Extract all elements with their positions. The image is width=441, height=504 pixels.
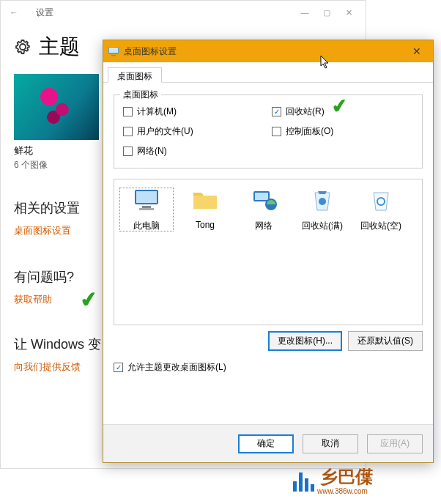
svg-rect-1 bbox=[109, 48, 118, 53]
recycle-bin-full-icon bbox=[308, 187, 337, 213]
watermark-url: www.386w.com bbox=[317, 487, 373, 495]
svg-rect-6 bbox=[139, 208, 154, 210]
checkbox-network[interactable]: 网络(N) bbox=[123, 145, 264, 158]
checkbox-label: 控制面板(O) bbox=[286, 125, 333, 138]
icon-item-recycle-empty[interactable]: 回收站(空) bbox=[353, 187, 409, 232]
maximize-button[interactable]: ▢ bbox=[316, 8, 338, 18]
settings-titlebar: ← 设置 — ▢ ✕ bbox=[1, 1, 366, 24]
svg-rect-5 bbox=[142, 206, 151, 208]
checkbox-label: 允许主题更改桌面图标(L) bbox=[127, 361, 226, 374]
icon-item-this-pc[interactable]: 此电脑 bbox=[119, 187, 174, 232]
dialog-tabbar: 桌面图标 bbox=[103, 62, 433, 83]
get-help-link[interactable]: 获取帮助 bbox=[14, 293, 52, 306]
checkbox-recycle-bin[interactable]: ✓ 回收站(R) ✔ bbox=[272, 105, 413, 118]
group-title: 桌面图标 bbox=[120, 89, 161, 101]
desktop-icon-settings-dialog: 桌面图标设置 ✕ 桌面图标 桌面图标 计算机(M) ✓ 回收站(R) ✔ bbox=[103, 40, 434, 463]
feedback-link[interactable]: 向我们提供反馈 bbox=[14, 360, 81, 374]
cancel-button[interactable]: 取消 bbox=[303, 434, 358, 453]
dialog-icon bbox=[108, 45, 119, 57]
apply-button[interactable]: 应用(A) bbox=[367, 434, 423, 453]
theme-thumbnail[interactable] bbox=[14, 74, 99, 140]
folder-icon bbox=[190, 187, 220, 213]
icon-label: 回收站(满) bbox=[294, 220, 350, 232]
checkbox-label: 回收站(R) bbox=[286, 105, 325, 118]
annotation-checkmark-icon: ✔ bbox=[79, 286, 99, 313]
recycle-bin-empty-icon bbox=[366, 187, 396, 213]
svg-rect-8 bbox=[255, 193, 268, 200]
icon-label: Tong bbox=[177, 220, 233, 230]
checkbox-computer[interactable]: 计算机(M) bbox=[123, 105, 264, 118]
annotation-checkmark-icon: ✔ bbox=[330, 94, 349, 119]
icon-label: 此电脑 bbox=[119, 220, 174, 232]
dialog-title: 桌面图标设置 bbox=[124, 45, 177, 58]
checkbox-box bbox=[272, 127, 281, 136]
desktop-icon-settings-link[interactable]: 桌面图标设置 bbox=[14, 224, 71, 237]
svg-rect-2 bbox=[111, 55, 116, 56]
checkbox-box: ✓ bbox=[272, 107, 281, 116]
dialog-body: 桌面图标 计算机(M) ✓ 回收站(R) ✔ 用户的文件(U) 控制面板( bbox=[103, 83, 433, 381]
desktop-icons-group: 桌面图标 计算机(M) ✓ 回收站(R) ✔ 用户的文件(U) 控制面板( bbox=[114, 94, 423, 168]
change-icon-button[interactable]: 更改图标(H)... bbox=[268, 331, 342, 351]
checkbox-control-panel[interactable]: 控制面板(O) bbox=[272, 125, 413, 138]
close-button[interactable]: ✕ bbox=[338, 8, 360, 18]
tab-desktop-icons[interactable]: 桌面图标 bbox=[108, 67, 162, 83]
checkbox-label: 计算机(M) bbox=[137, 105, 177, 118]
checkbox-label: 用户的文件(U) bbox=[137, 125, 193, 138]
settings-title: 设置 bbox=[36, 7, 53, 19]
checkbox-allow-themes[interactable]: ✓ 允许主题更改桌面图标(L) bbox=[114, 361, 423, 374]
watermark-logo-icon bbox=[293, 470, 314, 492]
watermark-text: 乡巴僷 bbox=[320, 465, 373, 489]
checkbox-label: 网络(N) bbox=[137, 145, 167, 158]
back-button[interactable]: ← bbox=[7, 7, 21, 18]
svg-point-10 bbox=[319, 198, 326, 205]
restore-defaults-button[interactable]: 还原默认值(S) bbox=[348, 331, 423, 351]
icon-label: 回收站(空) bbox=[353, 220, 409, 232]
checkbox-box: ✓ bbox=[114, 363, 123, 372]
icon-item-user-folder[interactable]: Tong bbox=[177, 187, 233, 230]
watermark: 乡巴僷 www.386w.com bbox=[293, 465, 373, 495]
checkbox-box bbox=[123, 127, 133, 136]
minimize-button[interactable]: — bbox=[294, 8, 316, 17]
network-icon bbox=[249, 187, 278, 213]
ok-button[interactable]: 确定 bbox=[238, 434, 294, 453]
checkbox-user-files[interactable]: 用户的文件(U) bbox=[123, 125, 264, 138]
icon-item-recycle-full[interactable]: 回收站(满) bbox=[294, 187, 350, 232]
dialog-footer: 确定 取消 应用(A) bbox=[103, 424, 433, 462]
this-pc-icon bbox=[132, 187, 161, 213]
icon-item-network[interactable]: 网络 bbox=[236, 187, 292, 232]
gear-icon bbox=[14, 38, 32, 56]
svg-rect-4 bbox=[136, 191, 157, 203]
checkbox-box bbox=[123, 107, 133, 116]
dialog-close-button[interactable]: ✕ bbox=[405, 45, 429, 57]
checkbox-box bbox=[123, 147, 133, 156]
icon-label: 网络 bbox=[236, 220, 292, 232]
dialog-titlebar[interactable]: 桌面图标设置 ✕ bbox=[103, 40, 433, 62]
page-heading: 主题 bbox=[39, 33, 80, 61]
icon-preview-list[interactable]: 此电脑 Tong 网络 回收站(满) 回收站(空) bbox=[114, 179, 423, 325]
